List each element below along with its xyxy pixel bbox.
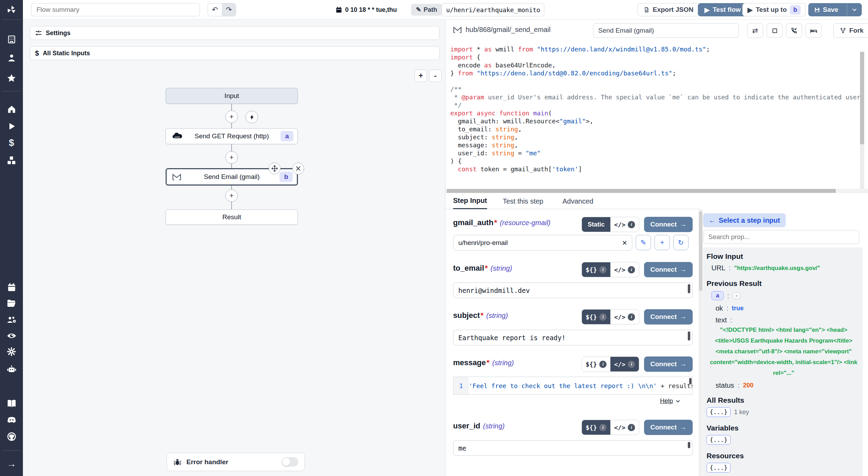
mode-static[interactable]: Static	[582, 217, 610, 232]
code-vertical-scrollbar[interactable]	[860, 51, 864, 189]
sidebar-item-folders[interactable]	[0, 297, 23, 309]
sidebar-item-github[interactable]	[0, 430, 23, 442]
result-a-key[interactable]: a	[711, 291, 724, 300]
step-name-input[interactable]	[593, 23, 739, 38]
sleep-step-button[interactable]	[806, 23, 821, 38]
edit-path-button[interactable]: ✎ Path	[411, 4, 442, 16]
sidebar-item-workers[interactable]	[0, 363, 23, 375]
subject-input[interactable]	[453, 330, 693, 345]
zoom-out-button[interactable]: -	[429, 69, 442, 82]
flow-node-input[interactable]: Input	[166, 88, 298, 104]
input-scrollbar[interactable]	[688, 331, 690, 340]
input-scrollbar[interactable]	[688, 442, 690, 448]
field-label-to-email: to_email* (string)	[453, 264, 512, 273]
to-email-input[interactable]	[453, 282, 693, 298]
text-value[interactable]: "<!DOCTYPE html> <html lang="en"> <head>…	[708, 325, 859, 378]
flow-node-result[interactable]: Result	[166, 210, 298, 225]
test-flow-button[interactable]: ▶ Test flow	[698, 3, 748, 16]
refresh-resource-button[interactable]: ↻	[673, 235, 688, 250]
sidebar-item-workspace[interactable]	[0, 33, 23, 45]
move-node-handle[interactable]	[269, 163, 281, 174]
input-scrollbar[interactable]	[688, 284, 690, 293]
mode-template[interactable]: ${}i	[582, 420, 610, 435]
sidebar-item-discord[interactable]	[0, 414, 23, 426]
mode-template[interactable]: ${}i	[582, 262, 610, 277]
tab-advanced[interactable]: Advanced	[562, 193, 593, 209]
path-input[interactable]	[442, 3, 544, 16]
code-editor[interactable]: import * as wmill from "https://deno.lan…	[450, 45, 866, 189]
trigger-icon[interactable]	[245, 111, 258, 123]
stop-after-if-button[interactable]	[767, 23, 783, 38]
sidebar-item-audit-logs[interactable]	[0, 330, 23, 342]
zoom-in-button[interactable]: +	[415, 69, 427, 82]
status-key[interactable]: status	[716, 381, 734, 389]
mode-template[interactable]: ${}i	[582, 357, 610, 371]
mode-javascript[interactable]: </>i	[610, 262, 639, 277]
sidebar-item-settings[interactable]	[0, 346, 23, 358]
add-step-button[interactable]: +	[225, 110, 238, 123]
error-handler-toggle[interactable]	[282, 457, 298, 467]
sidebar-item-favorites[interactable]	[0, 72, 23, 84]
collapse-toggle[interactable]: -	[733, 292, 741, 299]
resource-picker-gmail-auth[interactable]: u/henri/pro-email ×	[453, 235, 632, 251]
sidebar-item-variables[interactable]: $	[0, 137, 23, 149]
mode-javascript[interactable]: </>i	[610, 310, 639, 324]
flow-summary-input[interactable]	[31, 3, 200, 16]
error-handler-bar[interactable]: Error handler	[167, 453, 305, 471]
undo-button[interactable]: ↶	[208, 3, 222, 16]
form-scrollbar[interactable]	[699, 209, 703, 476]
sidebar-item-schedules[interactable]	[0, 281, 23, 293]
url-key[interactable]: URL	[711, 264, 725, 272]
mode-javascript[interactable]: </>i	[610, 357, 639, 371]
sidebar-item-user[interactable]	[0, 52, 23, 64]
flow-node-http-get[interactable]: HTTP Send GET Request (http) a	[166, 128, 298, 144]
variables-object-badge[interactable]: {...}	[707, 435, 731, 445]
windmill-logo-icon[interactable]	[0, 4, 23, 16]
add-resource-button[interactable]: +	[654, 235, 670, 250]
tab-step-input[interactable]: Step Input	[453, 193, 487, 209]
help-link[interactable]: Help	[660, 397, 681, 405]
mode-template[interactable]: ${}i	[582, 310, 610, 324]
all-static-inputs-button[interactable]: $ All Static Inputs	[30, 46, 440, 60]
add-step-button[interactable]: +	[225, 189, 238, 202]
sidebar-item-resources[interactable]	[0, 155, 23, 166]
sidebar-item-home[interactable]	[0, 103, 23, 115]
redo-button[interactable]: ↷	[222, 3, 236, 16]
ok-key[interactable]: ok	[716, 304, 723, 312]
export-json-button[interactable]: Export JSON	[637, 3, 699, 16]
schedule-display[interactable]: 0 10 18 * * tue,thu	[335, 0, 397, 19]
input-mode-toggle: ${}i </>i	[582, 356, 639, 372]
delete-node-button[interactable]	[292, 163, 304, 174]
clear-resource-icon[interactable]: ×	[622, 238, 627, 248]
user-id-input[interactable]	[453, 440, 693, 456]
connect-button-message[interactable]: Connect→	[644, 356, 693, 372]
mode-javascript[interactable]: </>i	[610, 217, 639, 232]
select-step-input-pill[interactable]: ← Select a step input	[703, 213, 786, 227]
message-code-line[interactable]: 'Feel free to check out the latest repor…	[469, 377, 692, 394]
mode-javascript[interactable]: </>i	[610, 420, 639, 435]
connect-button-user-id[interactable]: Connect→	[644, 420, 693, 435]
add-step-button[interactable]: +	[225, 151, 238, 164]
search-prop-input[interactable]	[703, 230, 859, 244]
text-key[interactable]: text	[716, 316, 727, 324]
code-horizontal-scrollbar[interactable]	[445, 189, 868, 193]
save-button[interactable]: Save	[808, 3, 862, 16]
edit-resource-button[interactable]: ✎	[636, 235, 651, 250]
test-up-to-button[interactable]: ▶ Test up to b	[742, 3, 806, 16]
message-code-editor[interactable]: 1 'Feel free to check out the latest rep…	[453, 377, 693, 395]
sidebar-item-docs[interactable]	[0, 397, 23, 409]
connect-button-gmail-auth[interactable]: Connect→	[644, 217, 693, 232]
swap-step-button[interactable]: ⇄	[747, 23, 763, 38]
connect-button-to-email[interactable]: Connect→	[644, 262, 693, 277]
flow-settings-button[interactable]: Settings	[30, 26, 440, 40]
resources-object-badge[interactable]: {...}	[707, 463, 731, 473]
sidebar-item-runs[interactable]	[0, 120, 23, 132]
suspend-step-button[interactable]	[786, 23, 802, 38]
save-dropdown[interactable]	[847, 3, 861, 16]
tab-test-this-step[interactable]: Test this step	[503, 193, 543, 209]
sidebar-expand-icon[interactable]: →	[0, 458, 23, 470]
sidebar-item-groups[interactable]	[0, 314, 23, 326]
all-results-object-badge[interactable]: {...}	[707, 407, 731, 417]
fork-button[interactable]: Fork	[833, 23, 868, 38]
connect-button-subject[interactable]: Connect→	[644, 309, 693, 325]
